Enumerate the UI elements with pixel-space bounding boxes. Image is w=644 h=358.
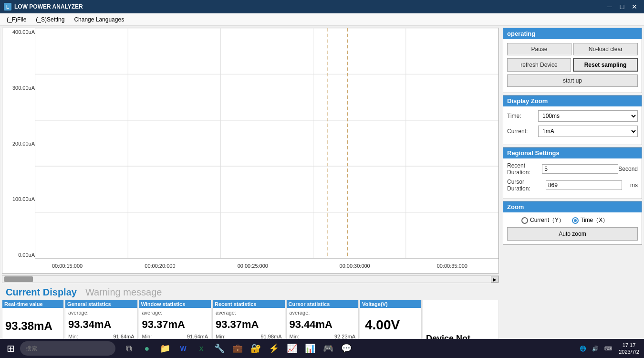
y-label-0: 0.00uA (4, 252, 35, 258)
taskbar: ⊞ ⧉ ● 📁 W X 🔧 💼 🔐 ⚡ 📈 📊 🎮 💬 🌐 🔊 ⌨ 17:17 … (0, 339, 644, 358)
zoom-time-x-dot (574, 219, 577, 222)
start-button[interactable]: ⊞ (2, 340, 19, 357)
display-zoom-section: Display Zoom Time: 100ms 10ms 50ms 500ms… (503, 95, 642, 145)
chart-plot-area[interactable] (35, 28, 499, 259)
recent-avg-label: average: (216, 310, 282, 316)
chart-container: 400.00uA 300.00uA 200.00uA 100.00uA 0.00… (2, 28, 499, 274)
zoom-radio-row: Current（Y） Time（X） (507, 216, 638, 224)
taskbar-app-8[interactable]: 💬 (338, 340, 355, 357)
recent-avg-value: 93.37mA (216, 318, 282, 331)
scrollbar-right-arrow[interactable]: ▶ (491, 276, 499, 283)
minimize-button[interactable]: ─ (604, 1, 615, 12)
tab-warning-message[interactable]: Warning message (82, 287, 166, 298)
zoom-current-y-option[interactable]: Current（Y） (521, 216, 564, 224)
operating-row2: refresh Device Reset sampling (507, 58, 638, 72)
maximize-button[interactable]: □ (616, 1, 628, 12)
auto-zoom-button[interactable]: Auto zoom (507, 227, 638, 241)
taskbar-app-6[interactable]: 📊 (301, 340, 319, 357)
tray-date: 2023/7/2 (619, 348, 639, 355)
taskbar-app-chrome[interactable]: ● (138, 340, 156, 357)
app-title: LOW POWER ANALYZER (14, 3, 83, 10)
pause-button[interactable]: Pause (507, 43, 571, 55)
main-layout: 400.00uA 300.00uA 200.00uA 100.00uA 0.00… (0, 26, 644, 358)
taskbar-app-5[interactable]: 📈 (283, 340, 301, 357)
time-field-row: Time: 100ms 10ms 50ms 500ms 1s 5s (507, 110, 638, 122)
taskbar-search[interactable] (20, 341, 115, 356)
chart-scrollbar[interactable]: ▶ (2, 275, 499, 283)
cursor-duration-row: Cursor Duration: ms (507, 179, 638, 192)
current-field-row: Current: 1mA 100uA 500uA 5mA 10mA 100mA (507, 126, 638, 137)
cursor-avg-value: 93.44mA (290, 318, 356, 331)
cursor-duration-input[interactable] (546, 180, 622, 190)
general-avg-value: 93.34mA (68, 318, 135, 331)
recent-header: Recent statistics (213, 300, 285, 308)
x-label-35: 00:00:35:000 (437, 263, 467, 269)
menu-setting[interactable]: (_S)Setting (31, 15, 69, 24)
taskbar-app-files[interactable]: 📁 (156, 340, 174, 357)
zoom-time-x-label: Time（X） (581, 216, 608, 224)
taskbar-app-task-view[interactable]: ⧉ (120, 340, 137, 357)
zoom-current-y-radio[interactable] (521, 217, 528, 224)
regional-settings-body: Recent Duration: Second Cursor Duration:… (503, 158, 642, 199)
chart-svg (35, 28, 499, 258)
zoom-header: Zoom (503, 201, 642, 212)
operating-section: operating Pause No-load clear refresh De… (503, 28, 642, 93)
taskbar-app-3[interactable]: 🔐 (247, 340, 264, 357)
time-select[interactable]: 100ms 10ms 50ms 500ms 1s 5s (538, 110, 638, 122)
window-avg-value: 93.37mA (142, 318, 208, 331)
zoom-time-x-option[interactable]: Time（X） (572, 216, 608, 224)
window-avg-label: average: (142, 310, 208, 316)
x-label-25: 00:00:25:000 (238, 263, 268, 269)
taskbar-app-1[interactable]: 🔧 (211, 340, 228, 357)
current-label: Current: (507, 128, 538, 135)
y-label-200: 200.00uA (4, 141, 35, 147)
app-icon: L (4, 3, 11, 11)
close-button[interactable]: ✕ (629, 1, 640, 12)
title-bar: L LOW POWER ANALYZER ─ □ ✕ (0, 0, 644, 13)
display-zoom-header: Display Zoom (503, 95, 642, 106)
recent-duration-row: Recent Duration: Second (507, 162, 638, 176)
operating-row1: Pause No-load clear (507, 43, 638, 55)
regional-settings-section: Regional Settings Recent Duration: Secon… (503, 147, 642, 199)
chart-section: 400.00uA 300.00uA 200.00uA 100.00uA 0.00… (0, 26, 501, 358)
cursor-header: Cursor statistics (287, 300, 359, 308)
recent-duration-input[interactable] (542, 164, 618, 174)
operating-body: Pause No-load clear refresh Device Reset… (503, 39, 642, 93)
y-label-400: 400.00uA (4, 29, 35, 35)
display-zoom-body: Time: 100ms 10ms 50ms 500ms 1s 5s Curren… (503, 106, 642, 145)
tray-volume[interactable]: 🔊 (590, 346, 601, 352)
right-panel: operating Pause No-load clear refresh De… (501, 26, 644, 358)
tray-time: 17:17 (623, 342, 636, 348)
window-controls: ─ □ ✕ (604, 1, 640, 12)
taskbar-app-2[interactable]: 💼 (229, 340, 246, 357)
refresh-device-button[interactable]: refresh Device (507, 58, 571, 72)
tab-current-display[interactable]: Current Display (2, 287, 81, 298)
taskbar-tray: 🌐 🔊 ⌨ 17:17 2023/7/2 (578, 342, 642, 356)
y-label-300: 300.00uA (4, 85, 35, 91)
y-label-100: 100.00uA (4, 196, 35, 202)
cursor-duration-unit: ms (622, 182, 638, 189)
x-axis: 00:00:15:000 00:00:20:000 00:00:25:000 0… (35, 259, 499, 273)
no-load-clear-button[interactable]: No-load clear (573, 43, 638, 55)
y-axis: 400.00uA 300.00uA 200.00uA 100.00uA 0.00… (2, 28, 35, 259)
taskbar-app-word[interactable]: W (175, 340, 192, 357)
menu-bar: (_F)File (_S)Setting Change Languages (0, 13, 644, 26)
general-header: General statistics (65, 300, 137, 308)
taskbar-app-4[interactable]: ⚡ (265, 340, 282, 357)
taskbar-app-7[interactable]: 🎮 (320, 340, 337, 357)
current-select[interactable]: 1mA 100uA 500uA 5mA 10mA 100mA (538, 126, 638, 137)
window-header: Window statistics (139, 300, 211, 308)
reset-sampling-button[interactable]: Reset sampling (573, 58, 638, 72)
tray-clock[interactable]: 17:17 2023/7/2 (616, 342, 642, 356)
tray-network[interactable]: 🌐 (578, 346, 588, 352)
tray-keyboard[interactable]: ⌨ (602, 346, 614, 352)
voltage-header: Voltage(V) (360, 300, 421, 308)
menu-file[interactable]: (_F)File (2, 15, 31, 24)
taskbar-app-excel[interactable]: X (193, 340, 210, 357)
menu-languages[interactable]: Change Languages (69, 15, 129, 24)
zoom-time-x-radio[interactable] (572, 217, 579, 224)
scrollbar-thumb[interactable] (4, 276, 33, 282)
zoom-section: Zoom Current（Y） Time（X） Auto zoom (503, 201, 642, 245)
tabs-row: Current Display Warning message (2, 285, 499, 298)
start-up-button[interactable]: start up (507, 74, 638, 87)
